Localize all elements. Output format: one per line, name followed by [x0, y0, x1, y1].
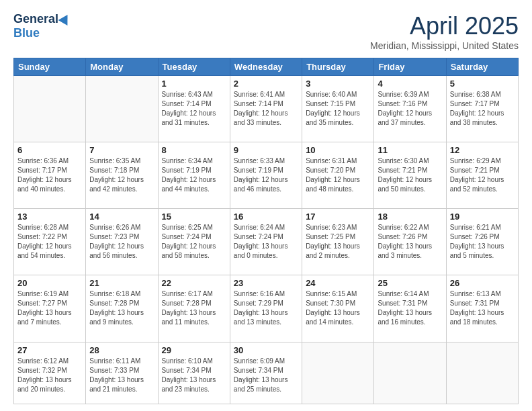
day-info: Sunrise: 6:24 AM Sunset: 7:24 PM Dayligh… — [234, 223, 298, 261]
day-number: 3 — [306, 79, 370, 89]
calendar-day-cell: 8Sunrise: 6:34 AM Sunset: 7:19 PM Daylig… — [158, 142, 230, 209]
calendar-day-header: Wednesday — [230, 58, 302, 76]
calendar-day-cell: 24Sunrise: 6:15 AM Sunset: 7:30 PM Dayli… — [302, 275, 374, 342]
day-number: 23 — [234, 278, 298, 288]
logo: General Blue — [13, 12, 71, 40]
day-info: Sunrise: 6:16 AM Sunset: 7:29 PM Dayligh… — [234, 289, 298, 327]
day-number: 11 — [378, 145, 442, 155]
header: General Blue April 2025 Meridian, Missis… — [13, 12, 519, 51]
day-number: 7 — [89, 145, 154, 155]
calendar-week-row: 27Sunrise: 6:12 AM Sunset: 7:32 PM Dayli… — [14, 342, 519, 404]
day-info: Sunrise: 6:09 AM Sunset: 7:34 PM Dayligh… — [234, 357, 298, 394]
calendar-day-cell: 27Sunrise: 6:12 AM Sunset: 7:32 PM Dayli… — [14, 342, 86, 404]
day-number: 8 — [162, 145, 226, 155]
day-info: Sunrise: 6:21 AM Sunset: 7:26 PM Dayligh… — [450, 223, 515, 261]
calendar-day-cell: 14Sunrise: 6:26 AM Sunset: 7:23 PM Dayli… — [86, 209, 158, 275]
day-number: 18 — [378, 212, 442, 222]
calendar-day-cell: 9Sunrise: 6:33 AM Sunset: 7:19 PM Daylig… — [230, 142, 302, 209]
day-info: Sunrise: 6:34 AM Sunset: 7:19 PM Dayligh… — [162, 156, 226, 194]
day-info: Sunrise: 6:22 AM Sunset: 7:26 PM Dayligh… — [378, 223, 442, 261]
day-number: 12 — [450, 145, 515, 155]
day-info: Sunrise: 6:36 AM Sunset: 7:17 PM Dayligh… — [17, 156, 82, 194]
day-number: 10 — [306, 145, 370, 155]
calendar-day-cell: 11Sunrise: 6:30 AM Sunset: 7:21 PM Dayli… — [374, 142, 446, 209]
calendar-day-cell — [302, 342, 374, 404]
day-info: Sunrise: 6:41 AM Sunset: 7:14 PM Dayligh… — [234, 90, 298, 128]
day-number: 19 — [450, 212, 515, 222]
day-info: Sunrise: 6:33 AM Sunset: 7:19 PM Dayligh… — [234, 156, 298, 194]
day-info: Sunrise: 6:35 AM Sunset: 7:18 PM Dayligh… — [89, 156, 154, 194]
day-number: 29 — [162, 345, 226, 355]
calendar-header-row: SundayMondayTuesdayWednesdayThursdayFrid… — [14, 58, 519, 76]
day-info: Sunrise: 6:26 AM Sunset: 7:23 PM Dayligh… — [89, 223, 154, 261]
day-number: 15 — [162, 212, 226, 222]
calendar-day-cell: 5Sunrise: 6:38 AM Sunset: 7:17 PM Daylig… — [446, 76, 518, 142]
day-info: Sunrise: 6:40 AM Sunset: 7:15 PM Dayligh… — [306, 90, 370, 128]
day-number: 20 — [17, 278, 82, 288]
calendar-day-cell: 16Sunrise: 6:24 AM Sunset: 7:24 PM Dayli… — [230, 209, 302, 275]
calendar-day-cell: 29Sunrise: 6:10 AM Sunset: 7:34 PM Dayli… — [158, 342, 230, 404]
calendar-day-cell — [446, 342, 518, 404]
calendar-day-cell — [14, 76, 86, 142]
day-info: Sunrise: 6:23 AM Sunset: 7:25 PM Dayligh… — [306, 223, 370, 261]
calendar-day-cell: 2Sunrise: 6:41 AM Sunset: 7:14 PM Daylig… — [230, 76, 302, 142]
calendar-day-cell: 12Sunrise: 6:29 AM Sunset: 7:21 PM Dayli… — [446, 142, 518, 209]
day-info: Sunrise: 6:15 AM Sunset: 7:30 PM Dayligh… — [306, 289, 370, 327]
calendar-day-cell: 22Sunrise: 6:17 AM Sunset: 7:28 PM Dayli… — [158, 275, 230, 342]
day-info: Sunrise: 6:43 AM Sunset: 7:14 PM Dayligh… — [162, 90, 226, 128]
calendar-day-cell: 3Sunrise: 6:40 AM Sunset: 7:15 PM Daylig… — [302, 76, 374, 142]
calendar-day-cell: 13Sunrise: 6:28 AM Sunset: 7:22 PM Dayli… — [14, 209, 86, 275]
calendar-day-header: Saturday — [446, 58, 518, 76]
day-info: Sunrise: 6:29 AM Sunset: 7:21 PM Dayligh… — [450, 156, 515, 194]
calendar-day-cell: 21Sunrise: 6:18 AM Sunset: 7:28 PM Dayli… — [86, 275, 158, 342]
calendar-day-cell: 20Sunrise: 6:19 AM Sunset: 7:27 PM Dayli… — [14, 275, 86, 342]
calendar-day-cell: 18Sunrise: 6:22 AM Sunset: 7:26 PM Dayli… — [374, 209, 446, 275]
day-info: Sunrise: 6:25 AM Sunset: 7:24 PM Dayligh… — [162, 223, 226, 261]
day-number: 9 — [234, 145, 298, 155]
title-section: April 2025 Meridian, Mississippi, United… — [370, 12, 519, 51]
calendar-day-header: Sunday — [14, 58, 86, 76]
day-info: Sunrise: 6:30 AM Sunset: 7:21 PM Dayligh… — [378, 156, 442, 194]
day-number: 25 — [378, 278, 442, 288]
calendar-week-row: 13Sunrise: 6:28 AM Sunset: 7:22 PM Dayli… — [14, 209, 519, 275]
calendar-day-cell: 10Sunrise: 6:31 AM Sunset: 7:20 PM Dayli… — [302, 142, 374, 209]
day-number: 17 — [306, 212, 370, 222]
calendar-week-row: 6Sunrise: 6:36 AM Sunset: 7:17 PM Daylig… — [14, 142, 519, 209]
day-number: 2 — [234, 79, 298, 89]
day-info: Sunrise: 6:11 AM Sunset: 7:33 PM Dayligh… — [89, 357, 154, 394]
day-info: Sunrise: 6:18 AM Sunset: 7:28 PM Dayligh… — [89, 289, 154, 327]
calendar-day-cell: 30Sunrise: 6:09 AM Sunset: 7:34 PM Dayli… — [230, 342, 302, 404]
calendar-day-cell: 6Sunrise: 6:36 AM Sunset: 7:17 PM Daylig… — [14, 142, 86, 209]
day-number: 21 — [89, 278, 154, 288]
calendar-week-row: 20Sunrise: 6:19 AM Sunset: 7:27 PM Dayli… — [14, 275, 519, 342]
subtitle: Meridian, Mississippi, United States — [370, 40, 519, 51]
day-number: 27 — [17, 345, 82, 355]
calendar-day-header: Tuesday — [158, 58, 230, 76]
day-number: 4 — [378, 79, 442, 89]
calendar-day-cell: 23Sunrise: 6:16 AM Sunset: 7:29 PM Dayli… — [230, 275, 302, 342]
calendar-day-cell: 4Sunrise: 6:39 AM Sunset: 7:16 PM Daylig… — [374, 76, 446, 142]
day-info: Sunrise: 6:19 AM Sunset: 7:27 PM Dayligh… — [17, 289, 82, 327]
calendar-day-cell: 17Sunrise: 6:23 AM Sunset: 7:25 PM Dayli… — [302, 209, 374, 275]
day-number: 1 — [162, 79, 226, 89]
calendar-day-header: Monday — [86, 58, 158, 76]
day-info: Sunrise: 6:17 AM Sunset: 7:28 PM Dayligh… — [162, 289, 226, 327]
day-info: Sunrise: 6:28 AM Sunset: 7:22 PM Dayligh… — [17, 223, 82, 261]
logo-blue-text: Blue — [13, 26, 40, 40]
day-info: Sunrise: 6:38 AM Sunset: 7:17 PM Dayligh… — [450, 90, 515, 128]
main-title: April 2025 — [370, 12, 519, 40]
day-info: Sunrise: 6:39 AM Sunset: 7:16 PM Dayligh… — [378, 90, 442, 128]
day-info: Sunrise: 6:12 AM Sunset: 7:32 PM Dayligh… — [17, 357, 82, 394]
day-number: 16 — [234, 212, 298, 222]
calendar-day-cell — [86, 76, 158, 142]
day-number: 14 — [89, 212, 154, 222]
calendar-day-cell: 26Sunrise: 6:13 AM Sunset: 7:31 PM Dayli… — [446, 275, 518, 342]
calendar-day-cell: 28Sunrise: 6:11 AM Sunset: 7:33 PM Dayli… — [86, 342, 158, 404]
day-number: 22 — [162, 278, 226, 288]
day-number: 24 — [306, 278, 370, 288]
day-info: Sunrise: 6:13 AM Sunset: 7:31 PM Dayligh… — [450, 289, 515, 327]
page: General Blue April 2025 Meridian, Missis… — [0, 0, 532, 411]
day-number: 5 — [450, 79, 515, 89]
day-number: 28 — [89, 345, 154, 355]
day-info: Sunrise: 6:31 AM Sunset: 7:20 PM Dayligh… — [306, 156, 370, 194]
